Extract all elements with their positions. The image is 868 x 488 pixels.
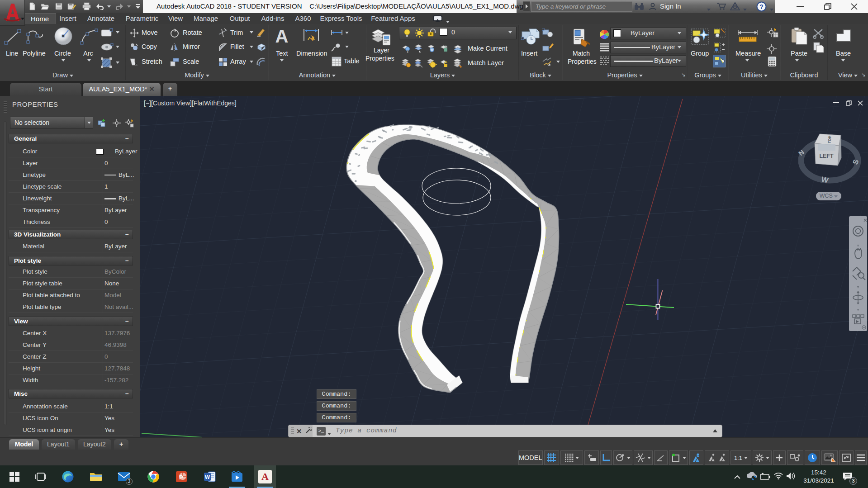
svg-text:W: W — [205, 474, 210, 480]
svg-text:TOP: TOP — [827, 135, 832, 144]
svg-text:?: ? — [759, 3, 764, 10]
svg-text:LEFT: LEFT — [819, 153, 834, 159]
svg-text:A: A — [275, 26, 289, 45]
svg-text:P: P — [179, 474, 183, 481]
